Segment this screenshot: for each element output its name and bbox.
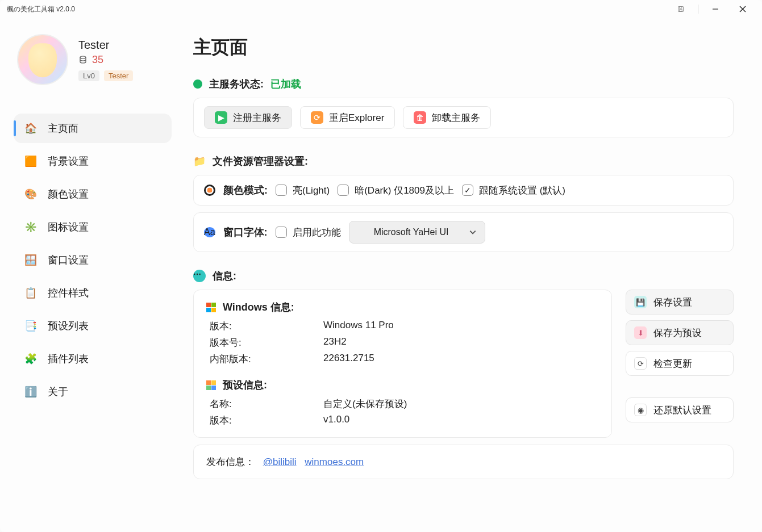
nav-item-presets[interactable]: 📑 预设列表 — [14, 311, 172, 341]
status-dot-icon — [193, 79, 202, 89]
color-mode-icon — [204, 185, 215, 196]
nav-label: 主页面 — [48, 122, 78, 135]
color-mode-card: 颜色模式: 亮(Light) 暗(Dark) 仅1809及以上 跟随系统设置 (… — [193, 175, 734, 206]
grid-icon: 🧩 — [24, 352, 38, 366]
save-icon: 💾 — [634, 296, 647, 308]
checkbox[interactable] — [276, 227, 287, 238]
nav-label: 预设列表 — [48, 319, 89, 333]
restore-icon: ◉ — [634, 404, 647, 416]
preset-version: v1.0.0 — [323, 414, 599, 427]
nav: 🏠 主页面 🟧 背景设置 🎨 颜色设置 ✳️ 图标设置 🪟 窗口设置 — [6, 114, 176, 407]
svg-rect-1 — [679, 7, 682, 9]
level-badge: Lv0 — [78, 70, 99, 81]
release-link-winmoes[interactable]: winmoes.com — [305, 456, 364, 467]
preset-logo-icon — [206, 380, 216, 390]
nav-label: 背景设置 — [48, 154, 89, 168]
status-value: 已加载 — [270, 77, 301, 91]
window-icon: 🪟 — [24, 253, 38, 267]
page-title: 主页面 — [193, 35, 734, 60]
sidebar: Tester 35 Lv0 Tester 🏠 主页 — [6, 24, 176, 526]
titlebar: 楓の美化工具箱 v2.0.0 — [0, 0, 762, 18]
nav-label: 窗口设置 — [48, 253, 89, 267]
nav-label: 颜色设置 — [48, 187, 89, 201]
profile-name: Tester — [78, 39, 133, 52]
save-settings-button[interactable]: 💾 保存设置 — [626, 290, 734, 315]
star-icon: ✳️ — [24, 220, 38, 234]
release-link-bilibili[interactable]: @bilibili — [263, 456, 297, 467]
windows-logo-icon — [206, 303, 216, 312]
windows-version: Windows 11 Pro — [323, 320, 599, 333]
color-mode-follow-option[interactable]: 跟随系统设置 (默认) — [462, 184, 565, 197]
save-icon[interactable] — [668, 1, 693, 18]
explorer-settings-header: 📁 文件资源管理器设置: — [193, 154, 734, 168]
reload-icon: ⟳ — [311, 111, 323, 124]
download-icon: ⬇ — [634, 326, 647, 339]
nav-item-plugins[interactable]: 🧩 插件列表 — [14, 344, 172, 374]
check-update-button[interactable]: ⟳ 检查更新 — [626, 351, 734, 376]
color-mode-light-option[interactable]: 亮(Light) — [276, 184, 330, 197]
profile-points: 35 — [78, 54, 133, 66]
separator — [698, 5, 698, 14]
close-button[interactable] — [730, 1, 755, 18]
nav-item-about[interactable]: ℹ️ 关于 — [14, 377, 172, 407]
info-icon: ℹ️ — [24, 385, 38, 399]
home-icon: 🏠 — [24, 122, 38, 135]
service-actions-card: ▶ 注册主服务 ⟳ 重启Explorer 🗑 卸载主服务 — [193, 98, 734, 137]
windows-info-title: Windows 信息: — [206, 300, 599, 314]
release-card: 发布信息： @bilibili winmoes.com — [193, 445, 734, 479]
save-preset-button[interactable]: ⬇ 保存为预设 — [626, 320, 734, 345]
preset-info-title: 预设信息: — [206, 378, 599, 392]
svg-rect-2 — [680, 10, 682, 11]
folder-icon: 📁 — [193, 155, 206, 167]
checkbox-checked[interactable] — [462, 185, 473, 196]
info-card: Windows 信息: 版本: Windows 11 Pro 版本号: 23H2… — [193, 290, 612, 438]
nav-label: 控件样式 — [48, 286, 89, 300]
font-select[interactable]: Microsoft YaHei UI — [349, 221, 485, 244]
checkbox[interactable] — [276, 185, 287, 196]
avatar[interactable] — [17, 34, 68, 85]
nav-item-color[interactable]: 🎨 颜色设置 — [14, 179, 172, 209]
play-icon: ▶ — [215, 111, 227, 124]
refresh-icon: ⟳ — [634, 357, 647, 370]
image-icon: 🟧 — [24, 154, 38, 168]
register-service-button[interactable]: ▶ 注册主服务 — [204, 106, 292, 129]
ellipsis-icon: ⋯ — [193, 270, 206, 282]
restore-defaults-button[interactable]: ◉ 还原默认设置 — [626, 397, 734, 422]
nav-item-window[interactable]: 🪟 窗口设置 — [14, 245, 172, 275]
info-header: ⋯ 信息: — [193, 269, 734, 283]
svg-rect-0 — [678, 7, 684, 12]
nav-item-icons[interactable]: ✳️ 图标设置 — [14, 212, 172, 242]
color-mode-dark-option[interactable]: 暗(Dark) 仅1809及以上 — [338, 184, 454, 197]
minimize-button[interactable] — [703, 1, 728, 18]
unload-service-button[interactable]: 🗑 卸载主服务 — [403, 106, 491, 129]
windows-internal: 22631.2715 — [323, 353, 599, 366]
preset-name: 自定义(未保存预设) — [323, 397, 599, 410]
controls-icon: 📋 — [24, 286, 38, 300]
window-font-card: Aa 窗口字体: 启用此功能 Microsoft YaHei UI — [193, 212, 734, 252]
checkbox[interactable] — [338, 185, 349, 196]
nav-label: 关于 — [48, 385, 68, 399]
window-title: 楓の美化工具箱 v2.0.0 — [7, 5, 668, 14]
list-icon: 📑 — [24, 319, 38, 333]
nav-item-background[interactable]: 🟧 背景设置 — [14, 146, 172, 176]
info-side-actions: 💾 保存设置 ⬇ 保存为预设 ⟳ 检查更新 ◉ 还原默认设置 — [626, 290, 734, 422]
nav-item-controls[interactable]: 📋 控件样式 — [14, 278, 172, 308]
role-badge: Tester — [104, 70, 133, 81]
database-icon — [78, 55, 88, 64]
profile-block: Tester 35 Lv0 Tester — [6, 28, 176, 91]
main: 主页面 主服务状态: 已加载 ▶ 注册主服务 ⟳ 重启Explorer 🗑 卸载… — [193, 24, 756, 526]
svg-point-6 — [80, 56, 86, 58]
trash-icon: 🗑 — [414, 111, 426, 124]
nav-item-home[interactable]: 🏠 主页面 — [14, 114, 172, 143]
nav-label: 图标设置 — [48, 220, 89, 234]
restart-explorer-button[interactable]: ⟳ 重启Explorer — [300, 106, 395, 129]
chevron-down-icon — [469, 228, 477, 236]
font-icon: Aa — [204, 227, 215, 237]
window-controls — [668, 1, 755, 18]
enable-font-option[interactable]: 启用此功能 — [276, 226, 341, 239]
palette-icon: 🎨 — [24, 187, 38, 201]
nav-label: 插件列表 — [48, 352, 89, 366]
service-status: 主服务状态: 已加载 — [193, 77, 734, 91]
windows-build: 23H2 — [323, 336, 599, 349]
